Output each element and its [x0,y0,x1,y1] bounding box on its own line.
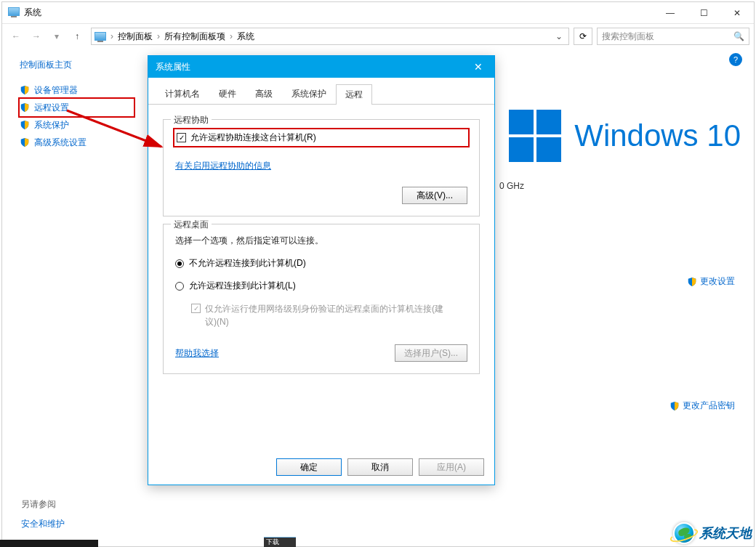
monitor-icon [94,32,106,41]
windows-logo: Windows 10 [509,110,741,162]
search-placeholder: 搜索控制面板 [602,31,654,43]
help-button[interactable]: ? [729,53,742,66]
search-icon: 🔍 [733,31,744,41]
maximize-button[interactable]: ☐ [687,2,720,24]
sidebar-item-label: 系统保护 [34,119,69,131]
shield-icon [20,137,30,147]
globe-icon [673,522,695,544]
checkbox-icon [191,304,201,313]
remote-assistance-info-link[interactable]: 有关启用远程协助的信息 [175,160,271,172]
change-product-key-link[interactable]: 更改产品密钥 [669,400,735,412]
nla-checkbox: 仅允许运行使用网络级别身份验证的远程桌面的计算机连接(建议)(N) [191,302,467,328]
watermark-text: 系统天地 [699,524,752,542]
remote-desktop-description: 选择一个选项，然后指定谁可以连接。 [175,235,467,247]
checkbox-label: 允许远程协助连接这台计算机(R) [190,131,316,144]
help-me-choose-link[interactable]: 帮助我选择 [175,347,219,360]
shield-icon [687,277,697,287]
address-bar[interactable]: › 控制面板 › 所有控制面板项 › 系统 ⌄ [91,28,569,45]
chevron-right-icon: › [230,31,233,41]
radio-label: 不允许远程连接到此计算机(D) [189,257,306,270]
group-legend: 远程协助 [171,114,212,126]
shield-icon [669,401,680,411]
tab-system-protection[interactable]: 系统保护 [282,84,336,104]
change-settings-link[interactable]: 更改设置 [687,275,735,288]
dialog-close-button[interactable]: ✕ [470,58,487,76]
up-button[interactable]: ↑ [68,27,87,46]
advanced-button[interactable]: 高级(V)... [402,187,467,204]
watermark: 系统天地 [673,522,752,544]
dialog-body: 远程协助 允许远程协助连接这台计算机(R) 有关启用远程协助的信息 高级(V).… [148,105,494,374]
tab-remote[interactable]: 远程 [336,84,372,105]
cancel-button[interactable]: 取消 [347,458,413,476]
chevron-right-icon: › [110,31,113,41]
sidebar: 控制面板主页 设备管理器 远程设置 系统保护 高级系统设置 [2,49,144,546]
link-label: 更改设置 [700,275,735,288]
see-also: 另请参阅 安全和维护 [21,498,65,530]
toolbar: ← → ▾ ↑ › 控制面板 › 所有控制面板项 › 系统 ⌄ ⟳ 搜索控制面板… [2,24,754,49]
tab-hardware[interactable]: 硬件 [209,84,246,104]
radio-icon [175,282,184,291]
breadcrumb[interactable]: 所有控制面板项 [164,31,225,43]
sidebar-item-label: 远程设置 [34,102,69,114]
address-dropdown[interactable]: ⌄ [552,31,566,41]
radio-allow-remote[interactable]: 允许远程连接到此计算机(L) [175,280,467,292]
control-panel-home[interactable]: 控制面板主页 [20,59,134,71]
refresh-button[interactable]: ⟳ [574,28,592,45]
minimize-button[interactable]: — [654,2,687,24]
cpu-info-fragment: 0 GHz [499,181,524,191]
sidebar-item-label: 高级系统设置 [34,137,87,149]
checkbox-icon [177,133,186,142]
remote-assistance-group: 远程协助 允许远程协助连接这台计算机(R) 有关启用远程协助的信息 高级(V).… [163,119,480,216]
taskbar-fragment [0,540,98,547]
close-button[interactable]: ✕ [720,2,754,24]
allow-remote-assistance-checkbox[interactable]: 允许远程协助连接这台计算机(R) [175,130,467,145]
security-maintenance-link[interactable]: 安全和维护 [21,518,65,530]
radio-icon [175,259,184,268]
monitor-icon [8,7,20,19]
windows-brand-text: Windows 10 [574,118,741,153]
system-properties-dialog: 系统属性 ✕ 计算机名 硬件 高级 系统保护 远程 远程协助 允许远程协助连接这… [148,55,495,485]
breadcrumb[interactable]: 系统 [237,31,254,43]
sidebar-item-label: 设备管理器 [34,84,78,97]
link-label: 更改产品密钥 [683,400,735,412]
ok-button[interactable]: 确定 [276,458,342,476]
chevron-right-icon: › [157,31,160,41]
group-legend: 远程桌面 [171,219,212,231]
titlebar: 系统 — ☐ ✕ [2,2,754,24]
radio-disallow-remote[interactable]: 不允许远程连接到此计算机(D) [175,257,467,270]
back-button[interactable]: ← [7,27,25,46]
see-also-label: 另请参阅 [21,498,65,511]
shield-icon [20,120,30,130]
breadcrumb[interactable]: 控制面板 [118,31,153,43]
apply-button[interactable]: 应用(A) [419,458,484,476]
tab-computer-name[interactable]: 计算机名 [156,84,209,104]
dialog-title: 系统属性 [156,61,190,73]
sidebar-item-advanced-settings[interactable]: 高级系统设置 [20,134,134,151]
window-title: 系统 [24,7,654,19]
tab-advanced[interactable]: 高级 [246,84,282,104]
sidebar-item-remote-settings[interactable]: 远程设置 [20,99,134,116]
shield-icon [20,102,30,113]
taskbar-fragment-2: 下载 [264,537,296,547]
checkbox-label: 仅允许运行使用网络级别身份验证的远程桌面的计算机连接(建议)(N) [205,302,452,328]
dialog-buttons: 确定 取消 应用(A) [276,458,484,476]
dialog-titlebar: 系统属性 ✕ [148,56,494,78]
recent-button[interactable]: ▾ [47,27,66,46]
remote-desktop-group: 远程桌面 选择一个选项，然后指定谁可以连接。 不允许远程连接到此计算机(D) 允… [163,224,480,374]
shield-icon [20,85,30,95]
select-users-button[interactable]: 选择用户(S)... [395,344,467,362]
sidebar-item-device-manager[interactable]: 设备管理器 [20,81,134,99]
dialog-tabs: 计算机名 硬件 高级 系统保护 远程 [148,78,494,105]
forward-button[interactable]: → [27,27,46,46]
radio-label: 允许远程连接到此计算机(L) [189,280,296,292]
sidebar-item-system-protection[interactable]: 系统保护 [20,116,134,134]
windows-logo-icon [509,110,561,162]
search-input[interactable]: 搜索控制面板 🔍 [597,28,749,45]
